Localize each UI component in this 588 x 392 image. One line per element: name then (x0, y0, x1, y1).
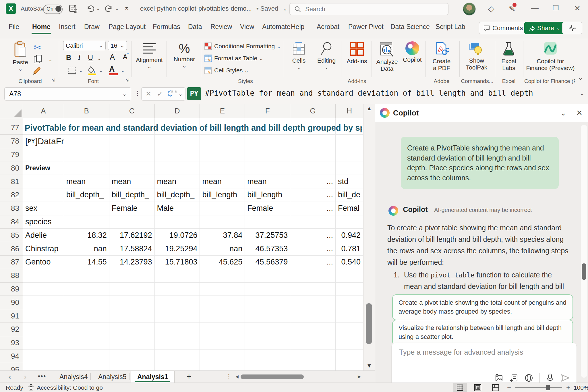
cell-E81[interactable]: mean (200, 175, 245, 188)
cell-G91[interactable] (290, 309, 336, 323)
cell-E79[interactable] (200, 148, 245, 162)
cell-A95[interactable] (23, 363, 64, 370)
feedback-pen-icon[interactable]: ✎ (509, 4, 515, 13)
cell-E87[interactable]: 45.625 (200, 256, 245, 269)
cell-F80[interactable] (245, 161, 290, 175)
paste-button[interactable]: Paste ⌄ (10, 41, 30, 72)
zoom-level[interactable]: 100% (574, 384, 588, 391)
cell-styles-button[interactable]: Cell Styles ⌄ (204, 67, 249, 74)
cell-G82[interactable]: ... (290, 188, 336, 202)
sheet-prev-icon[interactable]: ‹ (9, 373, 11, 381)
row-header-79[interactable]: 79 (0, 148, 23, 162)
excel-labs-button[interactable]: ExcelLabs (497, 41, 521, 72)
cell-C95[interactable] (109, 363, 155, 370)
row-header-91[interactable]: 91 (0, 309, 23, 323)
cell-H81[interactable]: std (336, 175, 363, 188)
cell-F88[interactable] (245, 269, 290, 283)
underline-dropdown-icon[interactable]: ⌄ (97, 55, 101, 61)
row-header-77[interactable]: 77 (0, 121, 23, 135)
cell-B93[interactable] (64, 336, 109, 350)
python-object-icon[interactable] (168, 90, 177, 98)
cell-C92[interactable] (109, 323, 155, 336)
copy-dropdown-icon[interactable]: ⌄ (48, 56, 53, 63)
font-size-combo[interactable]: 16⌄ (108, 41, 127, 50)
copilot-ribbon-button[interactable]: Copilot (401, 41, 424, 63)
cell-F92[interactable] (245, 323, 290, 336)
scroll-up-icon[interactable]: ▲ (366, 105, 372, 112)
cell-G90[interactable] (290, 296, 336, 309)
horizontal-scroll-thumb[interactable] (241, 374, 304, 379)
cell-C82[interactable]: bill_depth_ (109, 188, 155, 202)
cell-C88[interactable] (109, 269, 155, 283)
font-color-icon[interactable]: A (109, 65, 118, 75)
cell-D90[interactable] (155, 296, 200, 309)
row-header-92[interactable]: 92 (0, 323, 23, 336)
cell-H89[interactable] (336, 283, 363, 296)
cell-F84[interactable] (245, 215, 290, 229)
cell-D79[interactable] (155, 148, 200, 162)
sheet-options-icon[interactable]: ⋮ (226, 373, 232, 381)
undo-dropdown-icon[interactable]: ⌄ (96, 5, 100, 11)
cell-B80[interactable] (64, 161, 109, 175)
ribbon-tab-acrobat[interactable]: Acrobat (317, 23, 339, 31)
cell-E82[interactable]: bill_length (200, 188, 245, 202)
cell-G80[interactable] (290, 161, 336, 175)
cell-A82[interactable] (23, 188, 64, 202)
cell-F86[interactable]: 46.57353 (245, 242, 290, 256)
row-header-89[interactable]: 89 (0, 283, 23, 296)
ribbon-tab-data[interactable]: Data (188, 23, 202, 31)
cell-E89[interactable] (200, 283, 245, 296)
cell-A83[interactable]: sex (23, 202, 64, 215)
column-header-E[interactable]: E (200, 104, 245, 118)
page-layout-view-button[interactable] (471, 383, 485, 392)
fill-color-dropdown-icon[interactable]: ⌄ (99, 67, 103, 74)
cell-F87[interactable]: 45.56379 (245, 256, 290, 269)
document-title[interactable]: excel-python-copilot-pivottables-demo...… (140, 5, 287, 12)
column-header-A[interactable]: A (23, 104, 64, 118)
cell-E91[interactable] (200, 309, 245, 323)
cell-H79[interactable] (336, 148, 363, 162)
cell-G95[interactable] (290, 363, 336, 370)
cell-E94[interactable] (200, 350, 245, 363)
scroll-down-icon[interactable]: ▼ (366, 362, 372, 369)
cell-G83[interactable]: ... (290, 202, 336, 215)
row-header-87[interactable]: 87 (0, 256, 23, 269)
suggestion-chip-1[interactable]: Create a pivot table showing the total c… (392, 294, 573, 320)
share-button[interactable]: Share ⌄ (524, 22, 564, 34)
row-header-88[interactable]: 88 (0, 269, 23, 283)
row-header-83[interactable]: 83 (0, 202, 23, 215)
cell-C79[interactable] (109, 148, 155, 162)
paste-dropdown-icon[interactable]: ⌄ (10, 66, 30, 72)
sheet-tab-analysis1[interactable]: Analysis1 (131, 371, 175, 383)
grid-vertical-scrollbar[interactable]: ▲ ▼ (363, 104, 375, 370)
copilot-close-icon[interactable]: ✕ (576, 109, 583, 117)
cancel-entry-icon[interactable]: ✕ (146, 90, 151, 98)
cell-G84[interactable] (290, 215, 336, 229)
cell-C81[interactable]: mean (109, 175, 155, 188)
cell-D87[interactable]: 15.71803 (155, 256, 200, 269)
ribbon-tab-automate[interactable]: Automate (262, 23, 290, 31)
cell-H87[interactable]: 0.540 (336, 256, 363, 269)
font-name-combo[interactable]: Calibri⌄ (63, 41, 106, 50)
cell-G94[interactable] (290, 350, 336, 363)
send-icon[interactable] (560, 374, 570, 382)
cell-A84[interactable]: species (23, 215, 64, 229)
cell-B95[interactable] (64, 363, 109, 370)
cell-G89[interactable] (290, 283, 336, 296)
ribbon-tab-help[interactable]: Help (291, 23, 304, 31)
minimize-button[interactable]: — (531, 3, 539, 12)
cell-G79[interactable] (290, 148, 336, 162)
cell-G93[interactable] (290, 336, 336, 350)
cell-C84[interactable] (109, 215, 155, 229)
sheet-list-icon[interactable]: ••• (38, 372, 46, 380)
copilot-input[interactable]: Type a message for advanced analysis (391, 343, 577, 388)
ribbon-tab-file[interactable]: File (9, 23, 19, 31)
cell-G85[interactable]: ... (290, 229, 336, 242)
cell-C89[interactable] (109, 283, 155, 296)
format-as-table-button[interactable]: Format as Table ⌄ (204, 55, 263, 62)
cell-D92[interactable] (155, 323, 200, 336)
suggestion-chip-2[interactable]: Visualize the relationship between bill … (392, 320, 573, 345)
ribbon-tab-page-layout[interactable]: Page Layout (109, 23, 146, 31)
cell-F93[interactable] (245, 336, 290, 350)
ribbon-tab-draw[interactable]: Draw (84, 23, 100, 31)
